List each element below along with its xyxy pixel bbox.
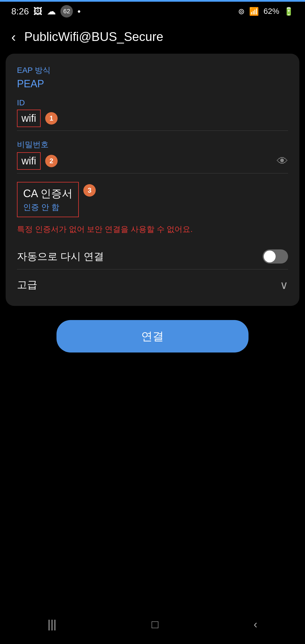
password-badge: 2 [45,155,58,167]
eap-label: EAP 방식 [17,65,288,76]
connect-btn-container: 연결 [6,320,299,353]
recent-apps-button[interactable]: ||| [48,618,56,631]
connect-button[interactable]: 연결 [56,320,249,353]
settings-card: EAP 방식 PEAP ID wifi 1 비밀번호 wifi 2 👁 CA 인… [6,54,299,306]
back-button[interactable]: ‹ [11,29,16,45]
ca-cert-box[interactable]: CA 인증서 인증 안 함 [17,182,79,217]
battery-display: 62% [263,7,279,16]
auto-reconnect-label: 자동으로 다시 연결 [17,250,104,264]
dot-icon: • [77,6,80,17]
password-visibility-icon[interactable]: 👁 [277,155,288,167]
eap-value[interactable]: PEAP [17,78,288,90]
password-field-row: wifi 2 👁 [17,152,288,173]
password-label: 비밀번호 [17,139,288,150]
cloud-icon: ☁ [47,6,56,17]
auto-reconnect-toggle[interactable] [263,249,288,264]
ca-cert-title: CA 인증서 [23,186,73,201]
ca-badge: 3 [83,184,96,197]
notification-badge: 62 [60,5,73,18]
id-input[interactable]: wifi [17,110,41,127]
home-button[interactable]: □ [152,618,158,631]
password-input[interactable]: wifi [17,152,41,170]
ca-cert-subtitle: 인증 안 함 [23,202,73,213]
top-navigation: ‹ PublicWifi@BUS_Secure [0,23,305,51]
page-title: PublicWifi@BUS_Secure [24,30,163,44]
auto-reconnect-row: 자동으로 다시 연결 [17,244,288,269]
id-badge: 1 [45,112,58,125]
advanced-row[interactable]: 고급 ∨ [17,269,288,295]
signal-bars-icon: 📶 [249,7,259,16]
photo-icon: 🖼 [33,6,42,17]
back-nav-button[interactable]: ‹ [254,618,257,631]
time-display: 8:26 [11,6,29,17]
chevron-down-icon: ∨ [280,279,288,291]
password-section: 비밀번호 wifi 2 👁 [17,139,288,173]
warning-text: 특정 인증서가 없어 보안 연결을 사용할 수 없어요. [17,223,288,235]
id-section: ID wifi 1 [17,98,288,131]
status-right: ⊚ 📶 62% 🔋 [238,7,294,16]
ca-section: CA 인증서 인증 안 함 3 특정 인증서가 없어 보안 연결을 사용할 수 … [17,182,288,235]
status-left: 8:26 🖼 ☁ 62 • [11,5,80,18]
battery-icon: 🔋 [284,7,294,16]
bottom-navigation: ||| □ ‹ [0,610,305,644]
ca-row: CA 인증서 인증 안 함 3 [17,182,288,219]
wifi-signal-icon: ⊚ [238,7,245,16]
status-bar: 8:26 🖼 ☁ 62 • ⊚ 📶 62% 🔋 [0,0,305,23]
progress-bar [0,0,305,2]
id-label: ID [17,98,288,107]
advanced-label: 고급 [17,278,37,292]
id-field-row: wifi 1 [17,110,288,131]
eap-section: EAP 방식 PEAP [17,65,288,90]
